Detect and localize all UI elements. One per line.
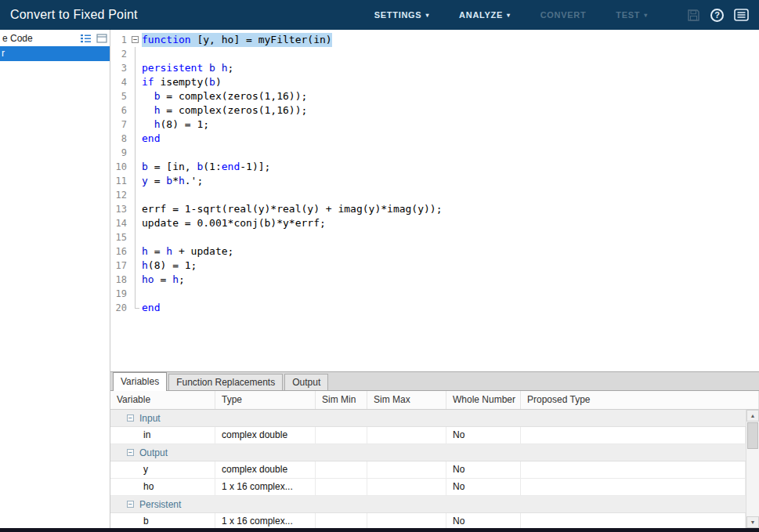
group-row-input[interactable]: −Input <box>110 410 746 427</box>
cell-sim-max <box>367 513 446 528</box>
code-line[interactable]: 13errf = 1-sqrt(real(y)*real(y) + imag(y… <box>110 202 759 216</box>
cell-proposed-type[interactable] <box>521 461 746 478</box>
cell-proposed-type[interactable] <box>521 513 746 528</box>
collapse-panel-icon[interactable] <box>96 34 107 43</box>
fixed-point-converter-window: Convert to Fixed Point SETTINGS▾ANALYZE▾… <box>0 0 759 532</box>
cell-variable: y <box>110 461 215 478</box>
code-line[interactable]: 15 <box>110 230 759 244</box>
variable-row[interactable]: ycomplex doubleNo <box>110 461 746 479</box>
tab-output[interactable]: Output <box>284 374 328 390</box>
column-header-sim-max[interactable]: Sim Max <box>367 391 446 409</box>
main-content: e Code r <box>0 30 759 528</box>
help-icon[interactable]: ? <box>710 9 724 22</box>
code-line[interactable]: 18ho = h; <box>110 273 759 287</box>
source-code-panel: e Code r <box>0 30 110 528</box>
code-text: b = complex(zeros(1,16)); <box>142 89 307 103</box>
column-header-sim-min[interactable]: Sim Min <box>316 391 367 409</box>
line-number: 5 <box>110 89 129 103</box>
scroll-down-icon[interactable]: ▼ <box>746 516 759 528</box>
tab-function-replacements[interactable]: Function Replacements <box>168 374 283 390</box>
vertical-scrollbar[interactable]: ▲ ▼ <box>746 410 759 528</box>
layout-menu-icon[interactable] <box>734 9 749 21</box>
line-number: 15 <box>110 230 129 244</box>
code-line[interactable]: 11y = b*h.'; <box>110 174 759 188</box>
code-line[interactable]: 14update = 0.001*conj(b)*y*errf; <box>110 216 759 230</box>
code-line[interactable]: 17h(8) = 1; <box>110 259 759 273</box>
cell-sim-min <box>316 479 367 495</box>
fold-guide <box>129 273 142 287</box>
scrollbar-thumb[interactable] <box>747 422 758 449</box>
code-line[interactable]: 5 b = complex(zeros(1,16)); <box>110 89 759 103</box>
cell-variable: in <box>110 427 215 443</box>
variable-row[interactable]: ho1 x 16 complex...No <box>110 479 746 496</box>
code-line[interactable]: 4if isempty(b) <box>110 75 759 89</box>
code-line[interactable]: 8end <box>110 132 759 146</box>
scroll-up-icon[interactable]: ▲ <box>746 410 759 422</box>
line-number: 14 <box>110 216 129 230</box>
line-number: 4 <box>110 75 129 89</box>
line-number: 1 <box>110 33 129 47</box>
menu-analyze[interactable]: ANALYZE▾ <box>459 10 511 20</box>
fold-guide <box>129 287 142 301</box>
code-line[interactable]: 12 <box>110 188 759 202</box>
menu-settings[interactable]: SETTINGS▾ <box>374 10 429 20</box>
code-editor[interactable]: 1−function [y, ho] = myFilter(in)23persi… <box>110 30 759 371</box>
source-code-tree-item[interactable]: r <box>0 46 110 61</box>
line-number: 17 <box>110 259 129 273</box>
code-line[interactable]: 6 h = complex(zeros(1,16)); <box>110 103 759 118</box>
group-label: Input <box>139 413 161 424</box>
menu-test[interactable]: TEST▾ <box>616 10 648 20</box>
tab-variables[interactable]: Variables <box>113 372 167 391</box>
fold-guide <box>129 160 142 174</box>
code-text: end <box>142 132 160 146</box>
fold-guide <box>129 174 142 188</box>
collapse-group-icon[interactable]: − <box>127 501 134 508</box>
page-title: Convert to Fixed Point <box>10 8 138 22</box>
line-number: 11 <box>110 174 129 188</box>
column-header-type[interactable]: Type <box>215 391 316 409</box>
code-text: h(8) = 1; <box>142 118 209 132</box>
variable-row[interactable]: incomplex doubleNo <box>110 427 746 444</box>
chevron-down-icon: ▾ <box>425 12 429 19</box>
code-text: h = h + update; <box>142 244 233 259</box>
code-line[interactable]: 7 h(8) = 1; <box>110 118 759 132</box>
toolstrip-menus: SETTINGS▾ANALYZE▾CONVERTTEST▾ <box>374 10 648 20</box>
group-row-persistent[interactable]: −Persistent <box>110 496 746 513</box>
save-icon[interactable] <box>687 9 700 22</box>
cell-proposed-type[interactable] <box>521 427 746 443</box>
code-line[interactable]: 16h = h + update; <box>110 244 759 259</box>
cell-whole-number: No <box>446 461 521 478</box>
cell-proposed-type[interactable] <box>521 479 746 495</box>
code-line[interactable]: 1−function [y, ho] = myFilter(in) <box>110 33 759 47</box>
chevron-down-icon: ▾ <box>507 12 511 19</box>
function-list-icon[interactable] <box>81 34 92 43</box>
collapse-group-icon[interactable]: − <box>127 414 134 422</box>
code-line[interactable]: 20end <box>110 301 759 315</box>
line-number: 2 <box>110 47 129 61</box>
code-line[interactable]: 3persistent b h; <box>110 61 759 75</box>
menu-convert[interactable]: CONVERT <box>540 10 587 20</box>
cell-type: complex double <box>215 427 316 443</box>
cell-sim-max <box>367 479 446 495</box>
code-line[interactable]: 19 <box>110 287 759 301</box>
code-line[interactable]: 2 <box>110 47 759 61</box>
line-number: 7 <box>110 118 129 132</box>
fold-guide <box>129 118 142 132</box>
cell-whole-number: No <box>446 427 521 443</box>
group-row-output[interactable]: −Output <box>110 444 746 461</box>
code-line[interactable]: 10b = [in, b(1:end-1)]; <box>110 160 759 174</box>
column-header-variable[interactable]: Variable <box>110 391 215 409</box>
code-text: update = 0.001*conj(b)*y*errf; <box>142 216 326 230</box>
variable-row[interactable]: b1 x 16 complex...No <box>110 513 746 528</box>
fold-guide <box>129 216 142 230</box>
column-header-proposed-type[interactable]: Proposed Type <box>521 391 759 409</box>
collapse-group-icon[interactable]: − <box>127 449 134 456</box>
toolstrip-header: Convert to Fixed Point SETTINGS▾ANALYZE▾… <box>0 0 759 30</box>
column-header-whole-number[interactable]: Whole Number <box>446 391 521 409</box>
variables-table-header: VariableTypeSim MinSim MaxWhole NumberPr… <box>110 391 759 410</box>
code-line[interactable]: 9 <box>110 146 759 160</box>
fold-toggle-icon[interactable]: − <box>129 33 142 47</box>
code-text: errf = 1-sqrt(real(y)*real(y) + imag(y)*… <box>142 202 443 216</box>
fold-guide <box>129 301 142 315</box>
fold-guide <box>129 89 142 103</box>
